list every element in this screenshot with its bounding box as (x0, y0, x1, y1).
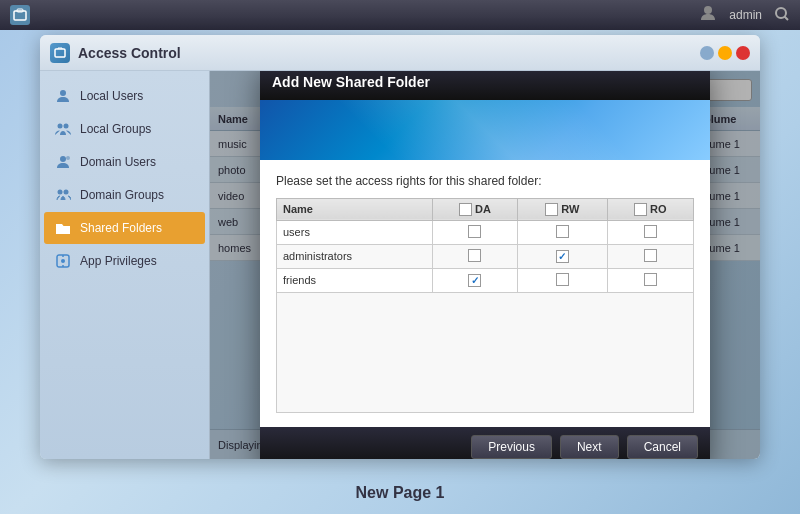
perm-row-name: administrators (277, 244, 433, 268)
shared-folders-icon (54, 219, 72, 237)
main-window: Access Control Local Users Local Groups (40, 35, 760, 459)
modal-footer: Previous Next Cancel (260, 427, 710, 460)
perm-rw-users[interactable] (518, 220, 608, 244)
top-bar-right: admin (699, 4, 790, 26)
perm-row-administrators: administrators (277, 244, 694, 268)
sidebar-item-label: Local Groups (80, 122, 151, 136)
perm-ro-friends[interactable] (607, 268, 693, 292)
sidebar-item-domain-groups[interactable]: Domain Groups (44, 179, 205, 211)
perm-ro-admins[interactable] (607, 244, 693, 268)
domain-groups-icon (54, 186, 72, 204)
empty-area (277, 292, 694, 412)
window-content: Local Users Local Groups Domain Users Do… (40, 71, 760, 459)
sidebar-item-label: App Privileges (80, 254, 157, 268)
checkbox-ro-admins[interactable] (644, 249, 657, 262)
perm-row-name: friends (277, 268, 433, 292)
user-icon (699, 4, 717, 26)
perm-row-empty (277, 292, 694, 412)
checkbox-ro-friends[interactable] (644, 273, 657, 286)
sidebar-item-local-groups[interactable]: Local Groups (44, 113, 205, 145)
sidebar-item-label: Domain Users (80, 155, 156, 169)
checkbox-rw-admins[interactable] (556, 250, 569, 263)
svg-point-2 (704, 6, 712, 14)
sidebar: Local Users Local Groups Domain Users Do… (40, 71, 210, 459)
window-icon (50, 43, 70, 63)
modal-dialog: Add New Shared Folder Please set the acc… (260, 71, 710, 459)
window-title-bar: Access Control (40, 35, 760, 71)
perm-row-users: users (277, 220, 694, 244)
checkbox-da-users[interactable] (468, 225, 481, 238)
permissions-table: Name DA (276, 198, 694, 413)
window-controls (700, 46, 750, 60)
perm-da-users[interactable] (432, 220, 517, 244)
next-button[interactable]: Next (560, 435, 619, 459)
checkbox-da-admins[interactable] (468, 249, 481, 262)
app-icon (10, 5, 30, 25)
page-label: New Page 1 (0, 484, 800, 502)
svg-rect-5 (55, 49, 65, 57)
sidebar-item-domain-users[interactable]: Domain Users (44, 146, 205, 178)
perm-rw-friends[interactable] (518, 268, 608, 292)
perm-row-friends: friends (277, 268, 694, 292)
checkbox-ro-users[interactable] (644, 225, 657, 238)
top-bar: admin (0, 0, 800, 30)
checkbox-da-friends[interactable] (468, 274, 481, 287)
modal-title-bar: Add New Shared Folder (260, 71, 710, 100)
help-button[interactable] (700, 46, 714, 60)
modal-title-text: Add New Shared Folder (272, 74, 430, 90)
local-groups-icon (54, 120, 72, 138)
app-privileges-icon (54, 252, 72, 270)
svg-point-9 (60, 156, 66, 162)
perm-row-name: users (277, 220, 433, 244)
modal-overlay: Add New Shared Folder Please set the acc… (210, 71, 760, 459)
sidebar-item-label: Shared Folders (80, 221, 162, 235)
close-button[interactable] (736, 46, 750, 60)
cancel-button[interactable]: Cancel (627, 435, 698, 459)
modal-body: Please set the access rights for this sh… (260, 160, 710, 427)
modal-header-graphic (260, 100, 710, 160)
checkbox-rw-users[interactable] (556, 225, 569, 238)
svg-point-10 (66, 156, 70, 160)
perm-col-name: Name (277, 198, 433, 220)
search-icon[interactable] (774, 6, 790, 25)
svg-line-4 (785, 16, 789, 20)
top-bar-app-icon (10, 5, 30, 25)
sidebar-item-label: Local Users (80, 89, 143, 103)
local-users-icon (54, 87, 72, 105)
sidebar-item-app-privileges[interactable]: App Privileges (44, 245, 205, 277)
right-area: Name Siz Volume music Volume 1 photo Vol… (210, 71, 760, 459)
window-title: Access Control (78, 45, 692, 61)
svg-point-11 (58, 190, 63, 195)
da-header-checkbox[interactable] (459, 203, 472, 216)
sidebar-item-shared-folders[interactable]: Shared Folders (44, 212, 205, 244)
previous-button[interactable]: Previous (471, 435, 552, 459)
svg-point-12 (64, 190, 69, 195)
svg-point-6 (60, 90, 66, 96)
checkbox-rw-friends[interactable] (556, 273, 569, 286)
svg-point-8 (64, 124, 69, 129)
perm-col-ro: RO (607, 198, 693, 220)
perm-col-rw: RW (518, 198, 608, 220)
username-label: admin (729, 8, 762, 22)
perm-rw-admins[interactable] (518, 244, 608, 268)
perm-ro-users[interactable] (607, 220, 693, 244)
sidebar-item-label: Domain Groups (80, 188, 164, 202)
perm-da-friends[interactable] (432, 268, 517, 292)
rw-header-checkbox[interactable] (545, 203, 558, 216)
svg-point-14 (61, 259, 65, 263)
perm-da-admins[interactable] (432, 244, 517, 268)
perm-col-da: DA (432, 198, 517, 220)
domain-users-icon (54, 153, 72, 171)
modal-description: Please set the access rights for this sh… (276, 174, 694, 188)
svg-point-7 (58, 124, 63, 129)
sidebar-item-local-users[interactable]: Local Users (44, 80, 205, 112)
minimize-button[interactable] (718, 46, 732, 60)
ro-header-checkbox[interactable] (634, 203, 647, 216)
